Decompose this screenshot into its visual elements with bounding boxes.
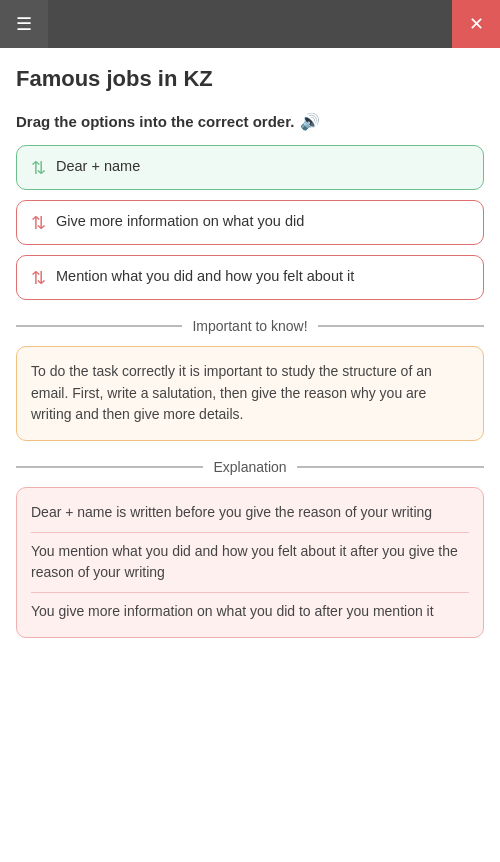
important-divider: Important to know!: [16, 318, 484, 334]
hamburger-icon: ☰: [16, 13, 32, 35]
divider-line-left-2: [16, 466, 203, 468]
explanation-divider: Explanation: [16, 459, 484, 475]
instruction-text: Drag the options into the correct order.…: [16, 112, 484, 131]
drag-item-3-text: Mention what you did and how you felt ab…: [56, 268, 354, 284]
drag-item-1-text: Dear + name: [56, 158, 140, 174]
instruction-label: Drag the options into the correct order.: [16, 113, 294, 130]
page-title: Famous jobs in KZ: [0, 48, 500, 102]
drag-handle-2: ⇅: [31, 214, 46, 232]
close-icon: ✕: [469, 13, 484, 35]
drag-handle-3: ⇅: [31, 269, 46, 287]
sound-icon[interactable]: 🔊: [300, 112, 320, 131]
close-button[interactable]: ✕: [452, 0, 500, 48]
hamburger-button[interactable]: ☰: [0, 0, 48, 48]
drag-item-2[interactable]: ⇅ Give more information on what you did: [16, 200, 484, 245]
divider-line-right-2: [297, 466, 484, 468]
divider-line-left-1: [16, 325, 182, 327]
explanation-box: Dear + name is written before you give t…: [16, 487, 484, 638]
important-info-text: To do the task correctly it is important…: [31, 363, 432, 422]
drag-item-1[interactable]: ⇅ Dear + name: [16, 145, 484, 190]
drag-handle-1: ⇅: [31, 159, 46, 177]
explanation-item-2: You mention what you did and how you fel…: [31, 533, 469, 593]
header-bar: ☰ ✕: [0, 0, 500, 48]
drag-item-3[interactable]: ⇅ Mention what you did and how you felt …: [16, 255, 484, 300]
drag-item-2-text: Give more information on what you did: [56, 213, 304, 229]
divider-line-right-1: [318, 325, 484, 327]
important-info-box: To do the task correctly it is important…: [16, 346, 484, 441]
explanation-item-3: You give more information on what you di…: [31, 593, 469, 623]
explanation-label: Explanation: [213, 459, 286, 475]
important-label: Important to know!: [192, 318, 307, 334]
drag-list: ⇅ Dear + name ⇅ Give more information on…: [16, 145, 484, 300]
explanation-section: Explanation Dear + name is written befor…: [16, 459, 484, 638]
main-content: Drag the options into the correct order.…: [0, 102, 500, 662]
explanation-item-1: Dear + name is written before you give t…: [31, 502, 469, 533]
